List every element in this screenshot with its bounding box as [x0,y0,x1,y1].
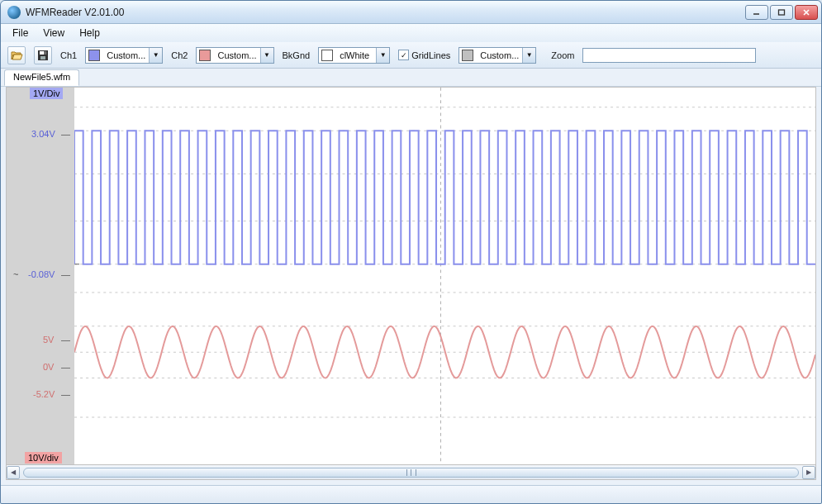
tick-dash: — [58,334,74,345]
gridlines-label: GridLines [411,50,450,60]
ch2-label: Ch2 [171,50,188,60]
minimize-icon [753,8,761,17]
titlebar: WFMReader V2.01.00 [1,1,821,24]
tick-dash: — [58,388,74,400]
toolbar: Ch1 Custom... ▼ Ch2 Custom... ▼ BkGnd cl… [1,42,821,69]
scroll-thumb[interactable] [23,468,799,478]
waveform-svg [74,88,815,464]
ch1-color-combo[interactable]: Custom... ▼ [85,47,163,64]
waveform-frame: 1V/Div 3.04V — -0.08V ~ — 5V — 0V — -5.2… [6,87,816,465]
window-title: WFMReader V2.01.00 [26,7,745,18]
scroll-track[interactable] [21,467,801,478]
app-icon [7,6,21,19]
ch1-label: Ch1 [60,50,77,60]
grid-swatch [462,50,473,61]
menu-file[interactable]: File [6,26,35,40]
tick-dash: — [58,128,74,140]
svg-rect-6 [40,56,45,59]
save-button[interactable] [34,46,52,64]
client-area: 1V/Div 3.04V — -0.08V ~ — 5V — 0V — -5.2… [1,87,821,485]
bkgnd-color-combo[interactable]: clWhite ▼ [318,47,390,64]
close-icon [802,8,810,17]
ch2-low-label: -5.2V [30,388,58,400]
maximize-button[interactable] [770,5,793,20]
svg-rect-7 [45,51,46,55]
horizontal-scrollbar[interactable]: ◀ ▶ [6,465,816,480]
window-controls [745,5,818,20]
tabstrip: NewFile5.wfm [1,69,821,87]
menubar: File View Help [1,24,821,42]
tick-tilde: ~ [10,269,21,280]
grid-combo-text: Custom... [477,50,522,60]
ch2-swatch [199,50,211,61]
ch2-zero-label: 0V [40,361,57,373]
ch1-swatch [88,50,100,61]
zoom-box[interactable] [582,48,756,63]
tick-dash: — [58,269,74,280]
open-button[interactable] [7,46,26,64]
ch2-color-combo[interactable]: Custom... ▼ [196,47,273,64]
ch1-low-label: -0.08V [25,269,58,280]
statusbar [1,485,821,503]
close-button[interactable] [795,5,818,20]
ch1-scale-label: 1V/Div [30,88,63,99]
ch2-combo-text: Custom... [214,50,259,60]
bkgnd-combo-text: clWhite [336,50,376,60]
gridlines-checkbox[interactable]: ✓ GridLines [398,50,450,60]
ch2-scale-label: 10V/div [25,452,62,464]
bkgnd-swatch [321,50,333,61]
scroll-left-arrow[interactable]: ◀ [7,466,20,479]
minimize-button[interactable] [745,5,768,20]
zoom-label: Zoom [551,50,574,60]
menu-help[interactable]: Help [73,26,107,40]
open-folder-icon [10,49,23,62]
chevron-down-icon: ▼ [376,48,389,63]
scroll-grip-icon [406,469,416,476]
ch1-combo-text: Custom... [103,50,149,60]
tick-dash: — [58,361,74,373]
floppy-disk-icon [36,49,50,62]
ch1-high-label: 3.04V [28,128,59,140]
grid-color-combo[interactable]: Custom... ▼ [459,47,536,64]
scroll-right-arrow[interactable]: ▶ [802,466,815,479]
tab-file[interactable]: NewFile5.wfm [4,69,79,86]
menu-view[interactable]: View [36,26,71,40]
y-axis-gutter: 1V/Div 3.04V — -0.08V ~ — 5V — 0V — -5.2… [7,88,74,464]
maximize-icon [777,8,786,17]
chevron-down-icon: ▼ [260,48,273,63]
plot-area[interactable] [74,88,815,464]
ch2-high-label: 5V [40,334,57,345]
bkgnd-label: BkGnd [283,50,311,60]
chevron-down-icon: ▼ [522,48,535,63]
checkbox-box: ✓ [398,50,409,60]
chevron-down-icon: ▼ [149,48,162,63]
svg-rect-1 [779,10,785,15]
app-window: WFMReader V2.01.00 File View Help [0,0,822,504]
